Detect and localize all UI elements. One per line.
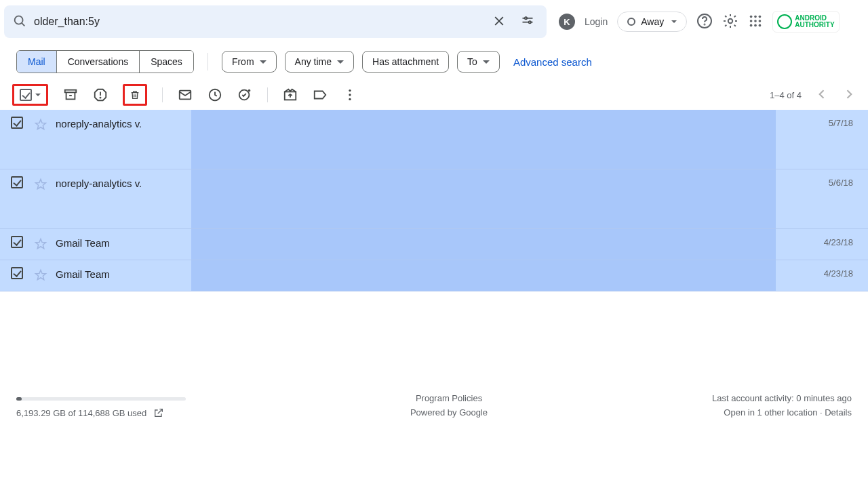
pager-prev-icon[interactable]: [815, 87, 829, 103]
filter-chips: From Any time Has attachment To: [222, 51, 500, 73]
labels-icon[interactable]: [313, 87, 328, 102]
svg-rect-21: [65, 90, 77, 93]
account-avatar[interactable]: K: [559, 14, 575, 30]
clear-search-icon[interactable]: [492, 14, 506, 30]
star-icon[interactable]: [34, 268, 47, 284]
storage-bar: [16, 397, 186, 401]
date: 4/23/18: [776, 236, 857, 247]
search-input[interactable]: [34, 16, 486, 28]
svg-point-14: [759, 15, 762, 18]
svg-point-34: [349, 89, 351, 92]
snooze-icon[interactable]: [208, 87, 222, 102]
svg-point-20: [759, 24, 762, 26]
toolbar-separator: [162, 87, 163, 102]
program-policies-link[interactable]: Program Policies: [410, 392, 488, 406]
highlight-delete: [123, 84, 147, 106]
body-preview: [191, 229, 776, 260]
pager-range: 1–4 of 4: [770, 90, 802, 100]
status-selector[interactable]: Away: [617, 12, 687, 32]
last-activity: Last account activity: 0 minutes ago: [712, 392, 852, 406]
chip-from-label: From: [232, 56, 254, 67]
mail-row[interactable]: noreply-analytics v. 5/7/18: [0, 110, 868, 169]
body-preview: [191, 169, 776, 228]
footer-center: Program Policies Powered by Google: [410, 392, 488, 420]
chip-to[interactable]: To: [457, 51, 500, 73]
mail-row[interactable]: noreply-analytics v. 5/6/18: [0, 169, 868, 229]
svg-point-15: [750, 20, 753, 22]
chip-anytime-label: Any time: [295, 56, 332, 67]
svg-point-13: [754, 15, 757, 18]
chevron-down-icon: [35, 94, 41, 96]
star-icon[interactable]: [34, 237, 47, 253]
advanced-search-link[interactable]: Advanced search: [513, 56, 592, 68]
storage-section: 6,193.29 GB of 114,688 GB used: [16, 397, 186, 420]
status-label: Away: [641, 16, 664, 27]
delete-icon[interactable]: [127, 87, 142, 102]
help-icon[interactable]: [696, 13, 713, 31]
svg-marker-39: [36, 239, 46, 249]
svg-point-0: [15, 16, 23, 24]
chevron-down-icon: [337, 60, 344, 64]
body-preview: [191, 110, 776, 169]
search-options-icon[interactable]: [521, 14, 534, 30]
add-to-tasks-icon[interactable]: [237, 87, 252, 102]
search-icon: [12, 14, 27, 30]
divider: [208, 53, 208, 70]
toolbar-separator: [267, 87, 268, 102]
row-checkbox[interactable]: [11, 176, 23, 188]
external-link-icon[interactable]: [153, 407, 164, 420]
details-link[interactable]: Details: [825, 407, 852, 418]
login-link[interactable]: Login: [585, 16, 608, 27]
svg-point-19: [754, 24, 757, 26]
svg-point-35: [349, 94, 351, 96]
select-all-checkbox[interactable]: [17, 87, 43, 102]
tab-conversations[interactable]: Conversations: [57, 51, 140, 73]
chip-hasatt-label: Has attachment: [372, 56, 439, 67]
svg-point-16: [754, 20, 757, 22]
svg-marker-38: [36, 180, 46, 189]
svg-point-10: [705, 24, 705, 24]
svg-point-25: [100, 98, 100, 98]
svg-line-1: [22, 22, 24, 25]
chip-to-label: To: [467, 56, 477, 67]
archive-icon[interactable]: [63, 87, 78, 102]
star-icon[interactable]: [34, 178, 47, 193]
powered-by: Powered by Google: [410, 406, 488, 420]
sender: noreply-analytics v.: [56, 117, 191, 129]
action-toolbar: 1–4 of 4: [0, 80, 868, 110]
chip-anytime[interactable]: Any time: [285, 51, 354, 73]
mark-unread-icon[interactable]: [178, 87, 193, 102]
mail-list: noreply-analytics v. 5/7/18 noreply-anal…: [0, 110, 868, 291]
row-checkbox[interactable]: [11, 117, 23, 129]
mail-row[interactable]: Gmail Team 4/23/18: [0, 229, 868, 260]
settings-gear-icon[interactable]: [722, 13, 738, 31]
svg-point-18: [750, 24, 753, 26]
filter-row: Mail Conversations Spaces From Any time …: [0, 43, 868, 80]
tab-spaces[interactable]: Spaces: [140, 51, 193, 73]
checkbox-icon: [20, 89, 32, 101]
chip-from[interactable]: From: [222, 51, 277, 73]
report-spam-icon[interactable]: [93, 87, 108, 102]
chip-hasattachment[interactable]: Has attachment: [362, 51, 449, 73]
date: 5/7/18: [776, 117, 857, 128]
header-right: K Login Away ANDROID AUTHORITY: [559, 11, 845, 33]
svg-point-11: [728, 18, 732, 22]
more-menu-icon[interactable]: [342, 87, 357, 102]
mail-row[interactable]: Gmail Team 4/23/18: [0, 260, 868, 291]
move-to-icon[interactable]: [283, 87, 298, 102]
sender: Gmail Team: [56, 236, 191, 249]
row-checkbox[interactable]: [11, 236, 23, 248]
search-box[interactable]: [4, 5, 547, 38]
android-authority-logo: ANDROID AUTHORITY: [772, 11, 839, 33]
apps-grid-icon[interactable]: [748, 14, 763, 30]
tab-mail[interactable]: Mail: [17, 51, 57, 73]
brand-bottom: AUTHORITY: [795, 22, 834, 28]
row-checkbox[interactable]: [11, 267, 23, 279]
scope-toggle: Mail Conversations Spaces: [16, 50, 194, 73]
footer: 6,193.29 GB of 114,688 GB used Program P…: [0, 392, 868, 420]
open-other-location[interactable]: Open in 1 other location: [724, 407, 817, 418]
highlight-select-all: [12, 84, 48, 106]
body-preview: [191, 260, 776, 291]
star-icon[interactable]: [34, 118, 47, 134]
pager-next-icon[interactable]: [842, 87, 856, 103]
